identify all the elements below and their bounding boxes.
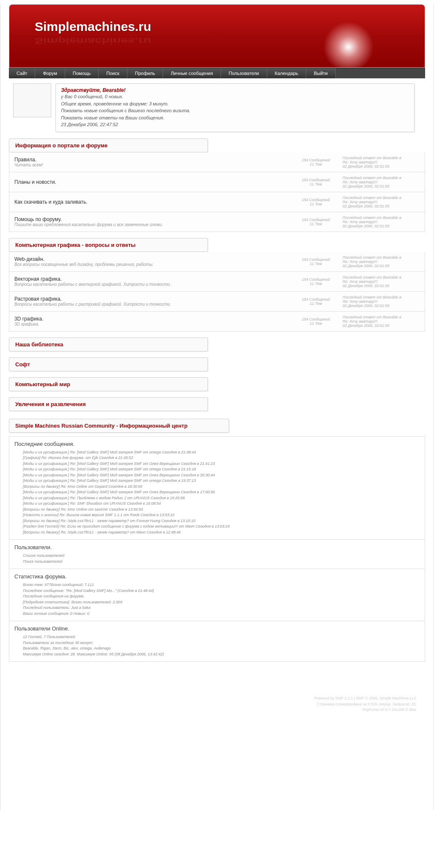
board-lastpost[interactable]: Последний ответ от Bearable вRe: Хочу ав… xyxy=(339,255,420,268)
board-link[interactable]: Как скачивать и куда заливать. xyxy=(14,199,293,205)
board-description: Читать всем! xyxy=(14,163,293,167)
category-title: Софт xyxy=(15,361,202,368)
stats-members: [Подробная статистика]. Всего пользовате… xyxy=(14,600,420,605)
board-row: 3D графика.3D графика.154 Сообщений11 Те… xyxy=(9,312,425,332)
board-link[interactable]: Web-дизайн. xyxy=(14,256,293,262)
avatar[interactable] xyxy=(13,83,51,117)
site-title-reflection: Simplemachines.ru xyxy=(9,36,425,46)
stats-recent-link[interactable]: Последние сообщения на форуме. xyxy=(23,594,85,598)
board-stats: 154 Сообщений11 Тем xyxy=(293,297,339,306)
recent-post-link[interactable]: [Новости и анонсы] Re: Вышла новая верси… xyxy=(23,512,420,518)
board-stats: 154 Сообщений11 Тем xyxy=(293,158,339,166)
category-header[interactable]: Информация о портале и форуме xyxy=(9,138,208,152)
recent-post-link[interactable]: [Вопросы по движку] Re: /style.css?fin11… xyxy=(23,530,420,536)
recent-post-link[interactable]: [Моды и их русификация.] Re: Проблема с … xyxy=(23,495,420,501)
stats-lastpost: Последнее сообщение: "Re: [Mod Gallery S… xyxy=(14,588,420,594)
nav-pm[interactable]: Личные сообщения xyxy=(163,68,221,78)
board-stats: 154 Сообщений11 Тем xyxy=(293,257,339,266)
category-header[interactable]: Компьютерная графика - вопросы и ответы xyxy=(9,238,208,252)
board-row: Помощь по форуму.Пишите ваши предложения… xyxy=(9,212,425,232)
online-userlist: Bearable, Rigan, Stern, Bic, alex, omega… xyxy=(14,646,420,652)
pm-count: у Вас 0 сообщений, 0 новых. xyxy=(61,93,409,100)
board-link[interactable]: 3D графика. xyxy=(14,316,293,322)
recent-post-link[interactable]: [Раздел для Гостей] Re: Если не приходит… xyxy=(23,524,420,530)
board-link[interactable]: Векторная графика. xyxy=(14,276,293,282)
recent-post-link[interactable]: [Моды и их русификация.] Re: [Mod Galler… xyxy=(23,489,420,495)
page-header: Simplemachines.ru Simplemachines.ru xyxy=(9,4,425,68)
footer-powered: Powered by SMF 1.1.1 | SMF © 2006, Simpl… xyxy=(9,696,417,702)
board-link[interactable]: Правила. xyxy=(14,157,293,163)
board-row: Растровая графика.Вопросы касательно раб… xyxy=(9,292,425,312)
nav-site[interactable]: Сайт xyxy=(9,68,35,78)
recent-post-link[interactable]: [Вопросы по движку] Re: Кто Online от sa… xyxy=(23,507,420,513)
board-row: Планы и новости.154 Сообщений11 ТемПосле… xyxy=(9,172,425,192)
time-spent: Общее время, проведенное на форуме: 3 ми… xyxy=(61,100,409,108)
online-recent-label: Пользователи за последние 30 минут: xyxy=(14,640,420,646)
member-list-link[interactable]: Список пользователей xyxy=(23,553,64,558)
infocenter-header: Simple Machines Russian Community - Инфо… xyxy=(9,419,229,433)
forum-stats-section: Статистика форума. Всего тем: 977Всего с… xyxy=(9,569,425,621)
board-stats: 154 Сообщений11 Тем xyxy=(293,178,339,186)
board-stats: 154 Сообщений11 Тем xyxy=(293,198,339,206)
show-replies-link[interactable]: Показать новые ответы на Ваши сообщения. xyxy=(61,114,409,122)
nav-search[interactable]: Поиск xyxy=(99,68,127,78)
recent-post-link[interactable]: [Моды и их русификация.] Re: [Mod Galler… xyxy=(23,478,420,484)
users-title: Пользователи. xyxy=(14,544,420,550)
board-link[interactable]: Растровая графика. xyxy=(14,296,293,302)
nav-calendar[interactable]: Календарь xyxy=(267,68,307,78)
board-lastpost[interactable]: Последний ответ от Bearable вRe: Хочу ав… xyxy=(339,216,420,228)
nav-logout[interactable]: Выйти xyxy=(306,68,336,78)
online-max: Максимум Online сегодня: 28. Максимум On… xyxy=(14,652,420,658)
recent-post-link[interactable]: [Моды и их русификация.] Re: [Mod Galler… xyxy=(23,461,420,467)
board-lastpost[interactable]: Последний ответ от Bearable вRe: Хочу ав… xyxy=(339,295,420,308)
board-lastpost[interactable]: Последний ответ от Bearable вRe: Хочу ав… xyxy=(339,176,420,188)
online-section: Пользователи Online. 12 Гостей, 7 Пользо… xyxy=(9,621,425,662)
board-description: Вопросы касательно работы с растровой гр… xyxy=(14,302,293,307)
recent-post-link[interactable]: [Моды и их русификация.] Re: [Mod Galler… xyxy=(23,450,420,456)
nav-members[interactable]: Пользователи xyxy=(221,68,267,78)
category-header[interactable]: Наша библиотека xyxy=(9,337,208,351)
board-row: Векторная графика.Вопросы касательно раб… xyxy=(9,272,425,292)
recent-post-link[interactable]: [Вопросы по движку] Re: Кто Online от Ge… xyxy=(23,484,420,490)
infocenter-title: Simple Machines Russian Community - Инфо… xyxy=(15,423,223,429)
nav-forum[interactable]: Форум xyxy=(35,68,65,78)
current-time: 23 Декабря 2006, 22:47:52 xyxy=(61,121,409,128)
recent-post-link[interactable]: [Вопросы по движку] Re: /style.css?fin11… xyxy=(23,518,420,524)
board-link[interactable]: Помощь по форуму. xyxy=(14,216,293,222)
category-header[interactable]: Софт xyxy=(9,357,208,371)
member-search-link[interactable]: Поиск пользователей xyxy=(23,559,62,564)
board-link[interactable]: Планы и новости. xyxy=(14,179,293,185)
board-lastpost[interactable]: Последний ответ от Bearable вRe: Хочу ав… xyxy=(339,315,420,328)
category-title: Информация о портале и форуме xyxy=(15,142,202,149)
page-footer: Powered by SMF 1.1.1 | SMF © 2006, Simpl… xyxy=(9,662,425,726)
recent-post-link[interactable]: [Моды и их русификация.] Re: [Mod Galler… xyxy=(23,467,420,473)
category-title: Наша библиотека xyxy=(15,341,202,348)
online-title: Пользователи Online. xyxy=(14,625,420,632)
board-description: Вопросы касательно работы с векторной гр… xyxy=(14,282,293,287)
board-lastpost[interactable]: Последний ответ от Bearable вRe: Хочу ав… xyxy=(339,275,420,288)
footer-tinyportal: TinyPortal v0.9.7-181106 © Bloc xyxy=(9,707,417,713)
online-counts: 12 Гостей, 7 Пользователей xyxy=(14,634,420,640)
board-stats: 154 Сообщений11 Тем xyxy=(293,218,339,226)
board-row: Как скачивать и куда заливать.154 Сообще… xyxy=(9,192,425,212)
recent-post-link[interactable]: [Моды и их русификация.] Re: SMF Shoutbo… xyxy=(23,501,420,507)
stats-pm: Ваши личные сообщения: 0 Новых: 0 xyxy=(14,611,420,617)
recent-post-link[interactable]: [Моды и их русификация.] Re: [Mod Galler… xyxy=(23,473,420,478)
main-nav: Сайт Форум Помощь Поиск Профиль Личные с… xyxy=(9,68,425,78)
stats-totals: Всего тем: 977Всего сообщений: 7.111 xyxy=(14,582,420,588)
nav-profile[interactable]: Профиль xyxy=(127,68,163,78)
users-section: Пользователи. Список пользователей Поиск… xyxy=(9,540,425,569)
board-stats: 154 Сообщений11 Тем xyxy=(293,317,339,326)
category-title: Увлечения и развлечения xyxy=(15,401,202,407)
board-description: Пишите ваши предложения касательно форум… xyxy=(14,222,293,227)
nav-help[interactable]: Помощь xyxy=(65,68,99,78)
recent-post-link[interactable]: [Графика] Re: Иконка для форума. от Ejik… xyxy=(23,455,420,461)
board-lastpost[interactable]: Последний ответ от Bearable вRe: Хочу ав… xyxy=(339,156,420,169)
category-header[interactable]: Увлечения и развлечения xyxy=(9,397,208,411)
footer-gentime: Страница сгенерирована за 0.526 секунд. … xyxy=(9,702,417,708)
stats-newest: Последний пользователь: Just a baka xyxy=(14,605,420,611)
board-lastpost[interactable]: Последний ответ от Bearable вRe: Хочу ав… xyxy=(339,196,420,208)
board-row: Web-дизайн.Все вопросы посвященные веб д… xyxy=(9,252,425,272)
category-header[interactable]: Компьютерный мир xyxy=(9,377,208,391)
show-unread-link[interactable]: Показать новые сообщения с Вашего послед… xyxy=(61,107,409,114)
